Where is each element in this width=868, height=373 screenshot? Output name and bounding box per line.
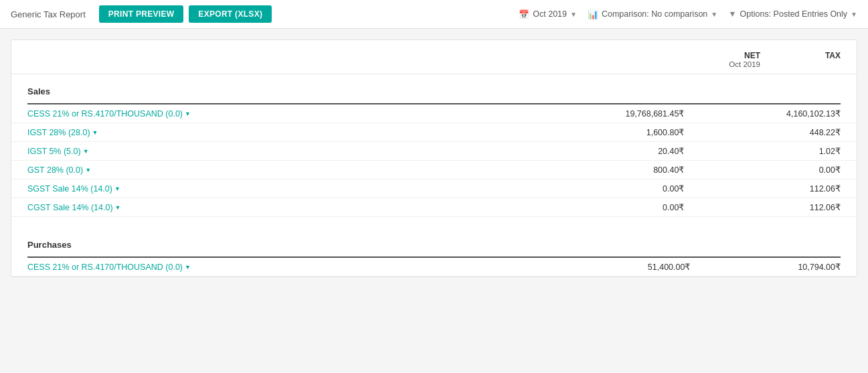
cgst-sale-14-link[interactable]: CGST Sale 14% (14.0) ▼ [27, 203, 121, 212]
row-tax: 448.22₹ [700, 123, 857, 142]
row-net: 20.40₹ [519, 142, 701, 161]
row-caret-icon: ▼ [185, 264, 191, 271]
report-header: NET Oct 2019 TAX [11, 40, 857, 74]
top-bar-left: Generic Tax Report PRINT PREVIEW EXPORT … [11, 5, 272, 23]
comparison-filter-button[interactable]: 📊 Comparison: No comparison ▼ [588, 9, 717, 19]
table-row: GST 28% (0.0) ▼ 800.40₹ 0.00₹ [11, 161, 857, 179]
row-caret-icon: ▼ [85, 167, 91, 173]
row-tax: 1.02₹ [700, 142, 857, 161]
table-row: IGST 28% (28.0) ▼ 1,600.80₹ 448.22₹ [11, 123, 857, 142]
table-row: CESS 21% or RS.4170/THOUSAND (0.0) ▼ 19,… [11, 104, 857, 123]
chart-icon: 📊 [588, 9, 598, 19]
options-filter-label: Options: Posted Entries Only [740, 9, 848, 19]
table-row: CGST Sale 14% (14.0) ▼ 0.00₹ 112.06₹ [11, 198, 857, 217]
date-filter-button[interactable]: 📅 Oct 2019 ▼ [519, 9, 577, 19]
row-name: CESS 21% or RS.4170/THOUSAND (0.0) ▼ [11, 258, 519, 277]
date-caret-icon: ▼ [570, 11, 577, 18]
sales-section-title: Sales [11, 74, 857, 103]
row-name: CESS 21% or RS.4170/THOUSAND (0.0) ▼ [11, 104, 519, 123]
purchases-section: Purchases CESS 21% or RS.4170/THOUSAND (… [11, 228, 857, 277]
purchases-section-title: Purchases [11, 228, 857, 256]
row-name: IGST 28% (28.0) ▼ [11, 123, 519, 142]
calendar-icon: 📅 [519, 9, 529, 19]
row-name: GST 28% (0.0) ▼ [11, 161, 519, 179]
purchases-cess-21-link[interactable]: CESS 21% or RS.4170/THOUSAND (0.0) ▼ [27, 263, 191, 272]
net-col-header: NET Oct 2019 [660, 51, 760, 68]
table-row: IGST 5% (5.0) ▼ 20.40₹ 1.02₹ [11, 142, 857, 161]
igst-28-link[interactable]: IGST 28% (28.0) ▼ [27, 128, 98, 137]
net-sub-label: Oct 2019 [660, 60, 760, 68]
row-net: 1,600.80₹ [519, 123, 701, 142]
comparison-filter-label: Comparison: No comparison [602, 9, 707, 19]
gst-28-link[interactable]: GST 28% (0.0) ▼ [27, 165, 91, 175]
page-title: Generic Tax Report [11, 9, 86, 19]
table-row: CESS 21% or RS.4170/THOUSAND (0.0) ▼ 51,… [11, 258, 857, 277]
row-caret-icon: ▼ [185, 110, 191, 117]
row-net: 19,768,681.45₹ [519, 104, 701, 123]
row-tax: 112.06₹ [700, 198, 857, 217]
tax-col-header: TAX [760, 51, 841, 68]
options-caret-icon: ▼ [851, 11, 857, 18]
row-tax: 112.06₹ [700, 179, 857, 198]
cess-21-link[interactable]: CESS 21% or RS.4170/THOUSAND (0.0) ▼ [27, 109, 191, 119]
comparison-caret-icon: ▼ [711, 11, 717, 18]
row-caret-icon: ▼ [83, 148, 89, 155]
igst-5-link[interactable]: IGST 5% (5.0) ▼ [27, 147, 89, 156]
top-bar: Generic Tax Report PRINT PREVIEW EXPORT … [0, 0, 868, 29]
row-net: 0.00₹ [519, 179, 701, 198]
page-wrapper: Generic Tax Report PRINT PREVIEW EXPORT … [0, 0, 868, 373]
row-net: 0.00₹ [519, 198, 701, 217]
row-net: 51,400.00₹ [519, 258, 707, 277]
filter-icon: ▼ [728, 9, 736, 19]
export-xlsx-button[interactable]: EXPORT (XLSX) [189, 5, 272, 23]
sales-section: Sales CESS 21% or RS.4170/THOUSAND (0.0)… [11, 74, 857, 217]
row-caret-icon: ▼ [115, 204, 121, 211]
row-name: SGST Sale 14% (14.0) ▼ [11, 179, 519, 198]
row-caret-icon: ▼ [92, 129, 98, 136]
sgst-sale-14-link[interactable]: SGST Sale 14% (14.0) ▼ [27, 184, 120, 194]
sales-table: CESS 21% or RS.4170/THOUSAND (0.0) ▼ 19,… [11, 104, 857, 217]
row-name: IGST 5% (5.0) ▼ [11, 142, 519, 161]
row-caret-icon: ▼ [114, 185, 120, 192]
table-row: SGST Sale 14% (14.0) ▼ 0.00₹ 112.06₹ [11, 179, 857, 198]
top-bar-right: 📅 Oct 2019 ▼ 📊 Comparison: No comparison… [519, 9, 857, 19]
net-label: NET [660, 51, 760, 60]
print-preview-button[interactable]: PRINT PREVIEW [99, 5, 184, 23]
content-area: NET Oct 2019 TAX Sales CESS 21% or RS.41… [11, 40, 857, 277]
date-filter-label: Oct 2019 [533, 9, 567, 19]
row-tax: 10,794.00₹ [706, 258, 857, 277]
row-net: 800.40₹ [519, 161, 701, 179]
row-tax: 0.00₹ [700, 161, 857, 179]
row-name: CGST Sale 14% (14.0) ▼ [11, 198, 519, 217]
purchases-table: CESS 21% or RS.4170/THOUSAND (0.0) ▼ 51,… [11, 258, 857, 277]
row-tax: 4,160,102.13₹ [700, 104, 857, 123]
options-filter-button[interactable]: ▼ Options: Posted Entries Only ▼ [728, 9, 857, 19]
